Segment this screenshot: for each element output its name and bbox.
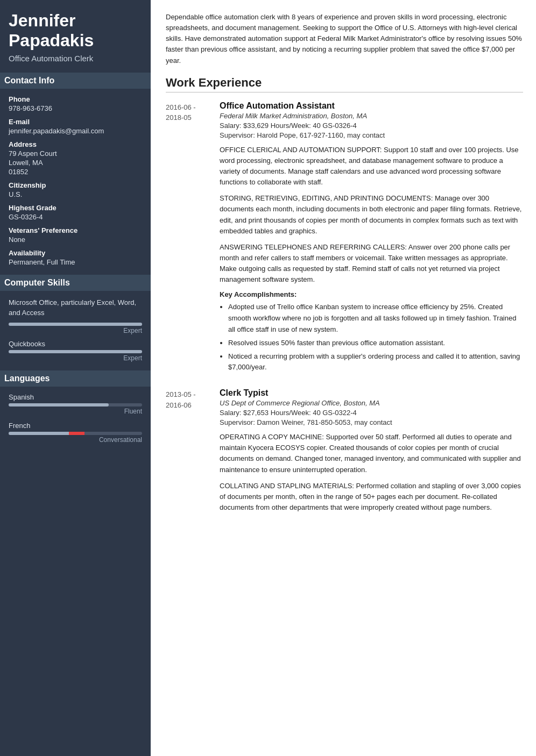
skill-bar-bg-quickbooks [9, 350, 142, 353]
language-spanish: Spanish Fluent [9, 393, 142, 415]
skill-bar-fill-quickbooks [9, 350, 142, 353]
job-2-date-text: 2013-05 -2016-06 [166, 390, 196, 409]
citizenship-label: Citizenship [9, 181, 142, 189]
computer-section-title: Computer Skills [0, 275, 151, 291]
language-french-level: Conversational [9, 436, 142, 444]
language-spanish-name: Spanish [9, 393, 142, 401]
job-2-content: Clerk Typist US Dept of Commerce Regiona… [220, 388, 523, 518]
contact-section-title: Contact Info [0, 73, 151, 89]
job-2: 2013-05 -2016-06 Clerk Typist US Dept of… [166, 388, 523, 518]
lang-bar-fill-spanish [9, 403, 109, 406]
job-1-acc-3: Noticed a recurring problem with a suppl… [228, 351, 523, 374]
job-2-company: US Dept of Commerce Regional Office, Bos… [220, 399, 523, 407]
address-line3: 01852 [9, 168, 142, 176]
job-2-salary: Salary: $27,653 Hours/Week: 40 GS-0322-4 [220, 409, 523, 417]
job-1-acc-1: Adopted use of Trello office Kanban syst… [228, 302, 523, 335]
job-1-para-3: ANSWERING TELEPHONES AND REFERRING CALLE… [220, 242, 523, 286]
skill-bar-fill-msoffice [9, 323, 142, 326]
job-1-title: Office Automation Assistant [220, 101, 523, 111]
candidate-name: Jennifer Papadakis [9, 11, 142, 51]
veterans-label: Veterans' Preference [9, 226, 142, 234]
phone-label: Phone [9, 95, 142, 103]
quickbooks-label: Quickbooks [9, 340, 142, 348]
job-1-date-text: 2016-06 -2018-05 [166, 103, 196, 122]
skill-quickbooks: Expert [9, 350, 142, 362]
work-experience-title: Work Experience [166, 76, 523, 92]
lang-bar-fill-french-red [69, 432, 85, 435]
job-1-key-label: Key Accomplishments: [220, 290, 523, 298]
job-2-dates: 2013-05 -2016-06 [166, 388, 220, 518]
highest-grade-value: GS-0326-4 [9, 213, 142, 221]
skill-bar-bg-msoffice [9, 323, 142, 326]
citizenship-value: U.S. [9, 190, 142, 198]
languages-section-title: Languages [0, 370, 151, 387]
summary: Dependable office automation clerk with … [166, 12, 523, 66]
job-2-para-2: COLLATING AND STAPLING MATERIALS: Perfor… [220, 481, 523, 513]
lang-bar-bg-french [9, 432, 142, 435]
language-french: French Conversational [9, 422, 142, 444]
highest-grade-label: Highest Grade [9, 204, 142, 212]
skill-msoffice: Expert [9, 323, 142, 334]
job-1-salary: Salary: $33,629 Hours/Week: 40 GS-0326-4 [220, 122, 523, 130]
job-1-acc-2: Resolved issues 50% faster than previous… [228, 338, 523, 349]
candidate-title: Office Automation Clerk [9, 54, 142, 63]
job-1-para-1: OFFICE CLERICAL AND AUTOMATION SUPPORT: … [220, 145, 523, 188]
address-line2: Lowell, MA [9, 159, 142, 167]
job-2-supervisor: Supervisor: Damon Weiner, 781-850-5053, … [220, 418, 523, 426]
main-content: Dependable office automation clerk with … [151, 0, 536, 756]
phone-value: 978-963-6736 [9, 104, 142, 112]
lang-bar-bg-spanish [9, 403, 142, 406]
job-1-content: Office Automation Assistant Federal Milk… [220, 101, 523, 375]
availability-value: Permanent, Full Time [9, 258, 142, 266]
skill-level-msoffice: Expert [9, 327, 142, 334]
skill-level-quickbooks: Expert [9, 354, 142, 362]
language-french-name: French [9, 422, 142, 430]
language-spanish-level: Fluent [9, 408, 142, 415]
email-value: jennifer.papadakis@gmail.com [9, 127, 142, 135]
job-1-accomplishments: Adopted use of Trello office Kanban syst… [228, 302, 523, 373]
job-2-title: Clerk Typist [220, 388, 523, 398]
job-1-dates: 2016-06 -2018-05 [166, 101, 220, 375]
job-2-para-1: OPERATING A COPY MACHINE: Supported over… [220, 432, 523, 475]
job-1: 2016-06 -2018-05 Office Automation Assis… [166, 101, 523, 375]
job-1-supervisor: Supervisor: Harold Pope, 617-927-1160, m… [220, 131, 523, 139]
address-label: Address [9, 140, 142, 148]
email-label: E-mail [9, 118, 142, 126]
job-1-para-2: STORING, RETRIEVING, EDITING, AND PRINTI… [220, 193, 523, 237]
address-line1: 79 Aspen Court [9, 149, 142, 158]
availability-label: Availability [9, 249, 142, 257]
veterans-value: None [9, 236, 142, 244]
computer-skills-text: Microsoft Office, particularly Excel, Wo… [9, 297, 142, 318]
job-1-company: Federal Milk Market Administration, Bost… [220, 112, 523, 120]
lang-bar-fill-french-gray [9, 432, 69, 435]
sidebar: Jennifer Papadakis Office Automation Cle… [0, 0, 151, 756]
